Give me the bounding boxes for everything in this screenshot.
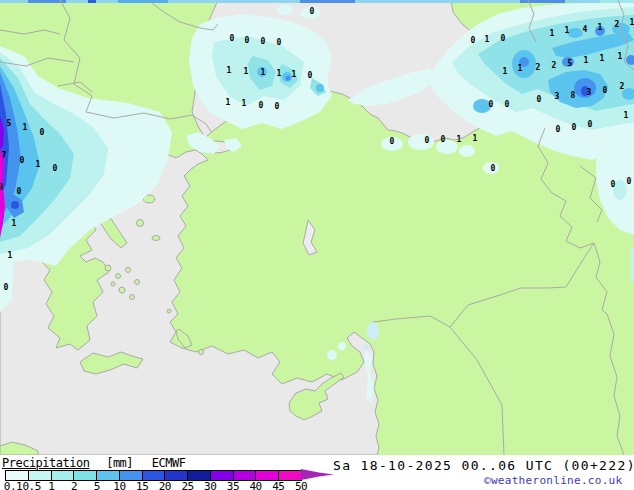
precip-value: 7 <box>2 152 7 160</box>
precip-value: 0 <box>245 37 250 45</box>
precip-value: 0 <box>275 103 280 111</box>
precip-value: 1 <box>277 70 282 78</box>
precip-value: 5 <box>7 120 12 128</box>
weather-map: 5107010301100000011111011000001100101141… <box>0 0 634 455</box>
precip-value: 1 <box>244 68 249 76</box>
colorbar-tick: 0.5 <box>23 480 41 490</box>
precip-value: 0 <box>505 101 510 109</box>
colorbar-cell <box>211 471 234 480</box>
precip-value: 1 <box>226 99 231 107</box>
precip-value: 0 <box>20 157 25 165</box>
colorbar-tick: 5 <box>94 480 100 490</box>
precip-value: 0 <box>501 35 506 43</box>
colorbar-tick: 50 <box>295 480 307 490</box>
precip-value: 8 <box>571 92 576 100</box>
precip-value: 0 <box>611 181 616 189</box>
legend-title-row: Precipitation [mm] ECMWF <box>2 456 185 470</box>
precip-value: 0 <box>537 96 542 104</box>
colorbar-cell <box>74 471 97 480</box>
precip-value: 3 <box>0 184 3 192</box>
precip-value: 0 <box>441 136 446 144</box>
precip-value: 1 <box>624 112 629 120</box>
precip-value: 0 <box>471 37 476 45</box>
colorbar-tick-labels: 0.10.5125101520253035404550 <box>0 480 340 490</box>
precip-value: 3 <box>555 93 560 101</box>
precip-value: 1 <box>227 67 232 75</box>
precip-value: 1 <box>518 65 523 73</box>
precip-value: 1 <box>8 252 13 260</box>
colorbar-cell <box>97 471 120 480</box>
precip-value: 0 <box>572 124 577 132</box>
precip-value: 1 <box>473 135 478 143</box>
colorbar-tick: 0.1 <box>4 480 22 490</box>
precip-value: 2 <box>536 64 541 72</box>
colorbar-tick: 35 <box>227 480 239 490</box>
precip-value: 0 <box>489 101 494 109</box>
precip-value: 0 <box>588 121 593 129</box>
precip-value: 1 <box>485 36 490 44</box>
precip-value: 0 <box>40 129 45 137</box>
colorbar-cell <box>120 471 143 480</box>
precip-value: 0 <box>491 165 496 173</box>
precip-value: 1 <box>598 24 603 32</box>
colorbar-cell <box>165 471 188 480</box>
precip-value: 1 <box>618 53 623 61</box>
colorbar-tick: 25 <box>181 480 193 490</box>
precip-value: 1 <box>630 19 634 27</box>
precip-value: 0 <box>259 102 264 110</box>
colorbar-cell <box>279 471 301 480</box>
model-name: ECMWF <box>152 456 186 470</box>
precip-value: 1 <box>36 161 41 169</box>
precip-value: 1 <box>242 100 247 108</box>
colorbar-cell <box>52 471 75 480</box>
precip-value: 5 <box>568 60 573 68</box>
precip-value: 0 <box>17 188 22 196</box>
legend-unit: [mm] <box>106 456 133 470</box>
precip-value: 1 <box>503 68 508 76</box>
colorbar-cell <box>256 471 279 480</box>
colorbar-cell <box>234 471 257 480</box>
colorbar-tick: 15 <box>136 480 148 490</box>
precip-value: 2 <box>620 83 625 91</box>
precip-value: 0 <box>230 35 235 43</box>
colorbar-cell <box>188 471 211 480</box>
valid-time-text: Sa 18-10-2025 00..06 UTC (00+222) <box>333 458 634 473</box>
colorbar-cell <box>6 471 29 480</box>
precip-value: 0 <box>261 38 266 46</box>
precip-value: 0 <box>425 137 430 145</box>
precip-value: 0 <box>390 138 395 146</box>
precip-value: 2 <box>615 21 620 29</box>
precip-value: 0 <box>603 87 608 95</box>
precip-value: 1 <box>292 71 297 79</box>
precip-value: 0 <box>277 39 282 47</box>
precip-value-layer: 5107010301100000011111011000001100101141… <box>0 0 634 455</box>
colorbar-tick: 20 <box>159 480 171 490</box>
precip-value: 1 <box>261 69 266 77</box>
colorbar-tick: 1 <box>48 480 54 490</box>
precip-value: 1 <box>565 27 570 35</box>
precip-value: 2 <box>552 62 557 70</box>
precip-value: 0 <box>4 284 9 292</box>
precip-value: 1 <box>12 220 17 228</box>
colorbar-cell <box>143 471 166 480</box>
colorbar-cell <box>29 471 52 480</box>
precip-value: 1 <box>584 57 589 65</box>
colorbar-tick: 45 <box>272 480 284 490</box>
precip-value: 4 <box>583 26 588 34</box>
precip-value: 3 <box>587 89 592 97</box>
colorbar-tick: 10 <box>113 480 125 490</box>
colorbar-tick: 30 <box>204 480 216 490</box>
colorbar-tick: 40 <box>249 480 261 490</box>
precip-value: 1 <box>23 124 28 132</box>
precip-value: 0 <box>310 8 315 16</box>
legend-bar: Precipitation [mm] ECMWF 0.10.5125101520… <box>0 455 634 490</box>
precip-value: 0 <box>308 72 313 80</box>
precip-value: 1 <box>600 55 605 63</box>
precip-value: 1 <box>457 136 462 144</box>
precip-value: 0 <box>556 126 561 134</box>
colorbar-tick: 2 <box>71 480 77 490</box>
precip-value: 0 <box>53 165 58 173</box>
precip-value: 1 <box>550 30 555 38</box>
copyright-text: ©weatheronline.co.uk <box>484 474 622 487</box>
precip-value: 0 <box>627 178 632 186</box>
